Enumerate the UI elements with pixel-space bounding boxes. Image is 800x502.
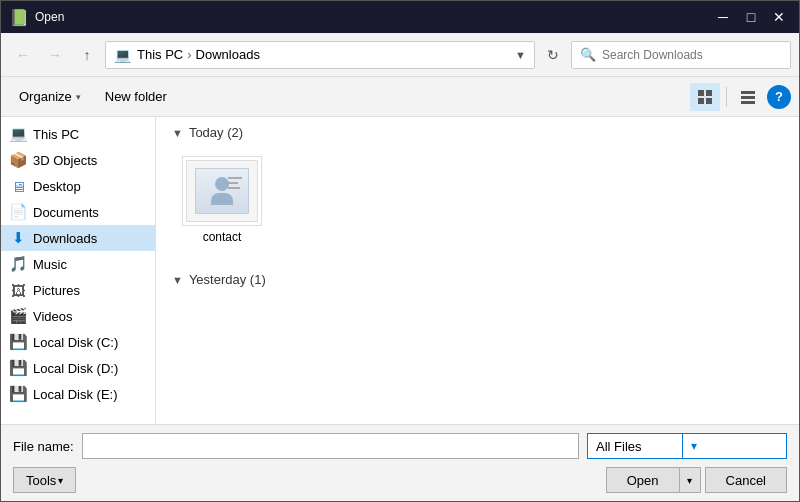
new-folder-button[interactable]: New folder [95, 83, 177, 111]
breadcrumb-root: This PC [137, 47, 183, 62]
svg-rect-4 [741, 91, 755, 94]
pictures-icon: 🖼 [9, 281, 27, 299]
tools-label: Tools [26, 473, 56, 488]
local-disk-d-icon: 💾 [9, 359, 27, 377]
svg-rect-3 [706, 98, 712, 104]
contact-thumb [186, 160, 258, 222]
this-pc-sidebar-icon: 💻 [9, 125, 27, 143]
contact-head [215, 177, 229, 191]
sidebar-item-downloads[interactable]: ⬇ Downloads [1, 225, 155, 251]
group-header-today[interactable]: ▼ Today (2) [172, 125, 783, 140]
sidebar-item-local-disk-d[interactable]: 💾 Local Disk (D:) [1, 355, 155, 381]
sidebar-item-documents[interactable]: 📄 Documents [1, 199, 155, 225]
sidebar-label-local-disk-d: Local Disk (D:) [33, 361, 118, 376]
sidebar-item-local-disk-c[interactable]: 💾 Local Disk (C:) [1, 329, 155, 355]
search-input[interactable] [602, 48, 782, 62]
tools-chevron-icon: ▾ [58, 475, 63, 486]
videos-icon: 🎬 [9, 307, 27, 325]
title-bar-text: Open [35, 10, 711, 24]
title-bar: 📗 Open ─ □ ✕ [1, 1, 799, 33]
organize-button[interactable]: Organize ▾ [9, 83, 91, 111]
address-path[interactable]: 💻 This PC › Downloads ▼ [105, 41, 535, 69]
close-button[interactable]: ✕ [767, 7, 791, 27]
filetype-dropdown[interactable]: All Files ▾ [587, 433, 787, 459]
sidebar-item-videos[interactable]: 🎬 Videos [1, 303, 155, 329]
svg-rect-6 [741, 101, 755, 104]
tools-button[interactable]: Tools ▾ [13, 467, 76, 493]
local-disk-c-icon: 💾 [9, 333, 27, 351]
svg-rect-0 [698, 90, 704, 96]
view-large-icons-button[interactable] [690, 83, 720, 111]
organize-label: Organize [19, 89, 72, 104]
view-separator [726, 87, 727, 107]
3d-objects-icon: 📦 [9, 151, 27, 169]
path-separator: › [187, 47, 191, 62]
yesterday-group-label: Yesterday (1) [189, 272, 266, 287]
sidebar-item-pictures[interactable]: 🖼 Pictures [1, 277, 155, 303]
title-bar-controls: ─ □ ✕ [711, 7, 791, 27]
svg-rect-2 [698, 98, 704, 104]
sidebar-item-this-pc[interactable]: 💻 This PC [1, 121, 155, 147]
filename-input[interactable] [82, 433, 579, 459]
sidebar-item-local-disk-e[interactable]: 💾 Local Disk (E:) [1, 381, 155, 407]
main-area: 💻 This PC 📦 3D Objects 🖥 Desktop 📄 Docum… [1, 117, 799, 424]
today-chevron-icon: ▼ [172, 127, 183, 139]
toolbar: Organize ▾ New folder ? [1, 77, 799, 117]
back-button[interactable]: ← [9, 41, 37, 69]
contact-lines [228, 177, 244, 189]
maximize-button[interactable]: □ [739, 7, 763, 27]
sidebar-item-music[interactable]: 🎵 Music [1, 251, 155, 277]
sidebar-label-local-disk-e: Local Disk (E:) [33, 387, 118, 402]
group-header-yesterday[interactable]: ▼ Yesterday (1) [172, 272, 783, 287]
view-large-icon [697, 89, 713, 105]
this-pc-icon: 💻 [114, 47, 131, 63]
downloads-icon: ⬇ [9, 229, 27, 247]
sidebar-label-downloads: Downloads [33, 231, 97, 246]
sidebar-label-videos: Videos [33, 309, 73, 324]
filetype-chevron-icon: ▾ [682, 434, 697, 458]
filename-label: File name: [13, 439, 74, 454]
documents-icon: 📄 [9, 203, 27, 221]
file-thumb-contact [182, 156, 262, 226]
open-split-button[interactable]: ▾ [679, 467, 701, 493]
sidebar-label-documents: Documents [33, 205, 99, 220]
desktop-icon: 🖥 [9, 177, 27, 195]
open-dialog: 📗 Open ─ □ ✕ ← → ↑ 💻 This PC › Downloads… [0, 0, 800, 502]
sidebar-item-3d-objects[interactable]: 📦 3D Objects [1, 147, 155, 173]
refresh-button[interactable]: ↻ [539, 41, 567, 69]
svg-rect-1 [706, 90, 712, 96]
sidebar: 💻 This PC 📦 3D Objects 🖥 Desktop 📄 Docum… [1, 117, 156, 424]
up-button[interactable]: ↑ [73, 41, 101, 69]
content-wrapper: ▼ Today (2) [156, 117, 799, 424]
filetype-label: All Files [596, 439, 642, 454]
file-item-contact[interactable]: contact [172, 148, 272, 252]
new-folder-label: New folder [105, 89, 167, 104]
sidebar-item-desktop[interactable]: 🖥 Desktop [1, 173, 155, 199]
path-dropdown-icon: ▼ [515, 49, 526, 61]
local-disk-e-icon: 💾 [9, 385, 27, 403]
app-icon: 📗 [9, 8, 29, 27]
view-details-icon [740, 89, 756, 105]
help-button[interactable]: ? [767, 85, 791, 109]
sidebar-label-local-disk-c: Local Disk (C:) [33, 335, 118, 350]
sidebar-label-3d-objects: 3D Objects [33, 153, 97, 168]
search-box[interactable]: 🔍 [571, 41, 791, 69]
search-icon: 🔍 [580, 47, 596, 62]
address-bar: ← → ↑ 💻 This PC › Downloads ▼ ↻ 🔍 [1, 33, 799, 77]
view-details-button[interactable] [733, 83, 763, 111]
file-name-contact: contact [203, 230, 242, 244]
contact-line1 [228, 177, 242, 179]
open-button-group: Open ▾ [606, 467, 701, 493]
yesterday-chevron-icon: ▼ [172, 274, 183, 286]
sidebar-label-music: Music [33, 257, 67, 272]
svg-rect-5 [741, 96, 755, 99]
sidebar-label-this-pc: This PC [33, 127, 79, 142]
bottom-bar: File name: All Files ▾ Tools ▾ Open ▾ Ca… [1, 424, 799, 501]
cancel-button[interactable]: Cancel [705, 467, 787, 493]
contact-card-visual [195, 168, 249, 214]
open-button[interactable]: Open [606, 467, 679, 493]
filename-row: File name: All Files ▾ [13, 433, 787, 459]
forward-button[interactable]: → [41, 41, 69, 69]
contact-body [211, 193, 233, 205]
minimize-button[interactable]: ─ [711, 7, 735, 27]
